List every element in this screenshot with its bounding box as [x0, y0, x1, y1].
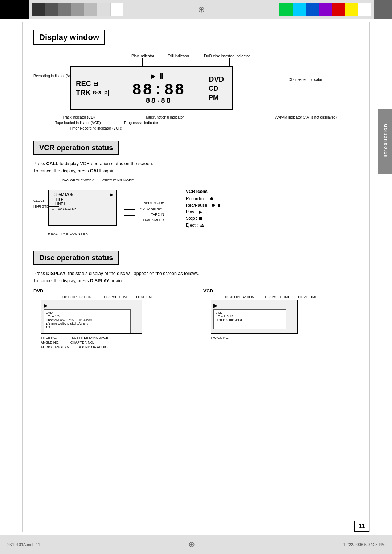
ann-day-week: DAY OF THE WEEK [62, 178, 94, 182]
disc-operation-section: Disc operation status Press DISPLAY, the… [33, 251, 359, 349]
strip-red [332, 3, 345, 16]
vcr-desc-3: To cancel the display, press [33, 168, 90, 173]
checker-7 [110, 3, 123, 16]
display-window-box: Display window [33, 30, 105, 45]
footer-left: 2K10101A.indb 11 [7, 542, 40, 547]
side-tab: Introduction [378, 109, 392, 174]
ann-track-cd: Track indicator (CD) [62, 115, 95, 119]
dvd-label: DVD [33, 288, 189, 294]
play-icons-row: ▶ ⏸ [151, 71, 167, 81]
vcr-row3: LINE1 [52, 202, 113, 206]
vcd-diagram: VCD DISC OPERATION ELAPSED TIME TOTAL TI… [203, 288, 359, 349]
vcr-line-2 [110, 182, 110, 190]
strip-cyan [293, 3, 306, 16]
top-bar-gray-right [374, 0, 392, 19]
time-text2: 88·88 [146, 97, 172, 105]
dvd-screen: ▶ DVD Title 1/5 Chapter/2/24 00:15:25 01… [41, 300, 142, 334]
ann-tape-in: TAPE IN [151, 212, 164, 216]
dvd-play-row: ▶ [44, 303, 139, 308]
ann-cd-inserted: CD inserted indicator [289, 77, 322, 82]
dvd-inner-screen: DVD Title 1/5 Chapter/2/24 00:15:25 01:4… [44, 309, 131, 333]
strip-purple [319, 3, 332, 16]
vcr-hline-1 [48, 201, 62, 201]
dvd-elapsed-label: ELAPSED TIME [104, 295, 129, 299]
ann-progressive: Progressive indicator [124, 121, 158, 125]
rec-label: REC [76, 79, 91, 88]
pm-label: PM [209, 94, 219, 102]
ann-input-mode: INPUT MODE [143, 201, 164, 205]
vcr-icon-play: Play : ▶ [186, 209, 221, 214]
cd-label: CD [209, 85, 218, 93]
bottom-compass-icon: ⊕ [188, 540, 195, 549]
display-window-title: Display window [39, 33, 99, 42]
vcd-label: VCD [203, 288, 359, 294]
ann-cd-inserted-text: CD inserted indicator [289, 78, 322, 82]
display-right: DVD CD PM [209, 75, 227, 102]
vcr-desc-4: again. [102, 168, 116, 173]
vcr-eject-label: Eject : [186, 223, 198, 228]
dvd-headers: DISC OPERATION ELAPSED TIME TOTAL TIME [62, 295, 189, 299]
vcr-hline-r3 [124, 215, 135, 216]
dvd-line5: 1/2 [46, 325, 128, 329]
dvd-diagram: DVD DISC OPERATION ELAPSED TIME TOTAL TI… [33, 288, 189, 349]
ann-timer-rec: Timer Recording indicator (VCR) [70, 126, 122, 130]
strip-white [358, 3, 371, 16]
dvd-chapter-no: CHAPTER NO. [70, 340, 94, 344]
vcr-hline-r4 [124, 221, 135, 221]
stop-square-icon [199, 217, 202, 220]
vcd-play-row: ▶ [213, 303, 295, 308]
vcr-desc-2: to display VCR operation status on the s… [58, 161, 153, 166]
vcr-hline-r2 [124, 209, 135, 210]
checker-blocks [32, 3, 123, 16]
disc-operation-box: Disc operation status [33, 251, 119, 265]
vcd-line3: 00:08:32 00:51:03 [216, 318, 284, 322]
disc-desc-4: again. [109, 278, 123, 283]
dvd-audio-lang: AUDIO LANGUAGE [41, 345, 72, 349]
recpause-dot [212, 204, 215, 207]
ann-still-indicator: Still indicator [168, 54, 189, 58]
dvd-subtitle-lang: SUBTITLE LANGUAGE [72, 336, 108, 340]
eject-icon: ⏏ [200, 222, 205, 228]
dvd-line2: Title 1/5 [48, 315, 128, 318]
ann-still-line [175, 58, 175, 66]
ann-dvd-disc: DVD disc inserted indicator [204, 54, 250, 58]
time-display: ▶ ⏸ 88:88 88·88 [111, 71, 207, 105]
checker-4 [71, 3, 84, 16]
trk-symbols: ↻↺ [92, 90, 102, 96]
bottom-bar: 2K10101A.indb 11 ⊕ 12/22/2006 5:07:28 PM [0, 535, 392, 554]
pause-icon: ⏸ [158, 71, 167, 81]
trk-label: TRK [76, 89, 91, 97]
page-number: 11 [354, 521, 369, 532]
vcr-line-1 [70, 182, 70, 190]
display-screen: REC ⊟ TRK ↻↺ P ▶ ⏸ 88:88 8 [70, 66, 233, 110]
vcr-row4: ⊡ 00:15:12 SP [52, 207, 113, 210]
dvd-line3-row: Chapter/2/24 00:15:25 01:41:39 [46, 318, 128, 322]
vcr-desc: Press CALL to display VCR operation stat… [33, 160, 359, 175]
display-diagram: Play indicator Still indicator DVD disc … [33, 54, 359, 137]
bottom-rule [0, 533, 392, 533]
ann-real-time: REAL TIME COUNTER [48, 232, 88, 235]
vcr-play-icon: ▶ [110, 193, 113, 197]
play-icon-1: ▶ [151, 71, 157, 81]
vcr-icons-title: VCR Icons [186, 189, 221, 194]
checker-3 [58, 3, 71, 16]
ann-dvd-line [229, 58, 230, 66]
vcr-call-1: CALL [46, 161, 58, 166]
rec-row: REC ⊟ [76, 79, 109, 88]
dvd-bottom-anns: TITLE NO. SUBTITLE LANGUAGE [41, 336, 189, 340]
disc-desc: Press DISPLAY, the status display of the… [33, 270, 359, 284]
vcr-tape-icon: ⊡ [52, 207, 54, 210]
vcr-row1: 8:30AM MON ▶ [52, 193, 113, 197]
vcr-stop-label: Stop : [186, 216, 197, 221]
vcr-operation-title: VCR operation status [39, 144, 113, 152]
vcr-row3-text: LINE1 [55, 202, 65, 206]
vcd-headers: DISC OPERATION ELAPSED TIME TOTAL TIME [225, 295, 359, 299]
disc-desc-1: Press [33, 271, 46, 276]
color-strips [279, 3, 371, 16]
disc-desc-2: , the status display of the disc will ap… [65, 271, 199, 276]
vcd-track-no: TRACK NO. [211, 336, 359, 340]
main-content: Display window Play indicator Still indi… [22, 22, 370, 532]
vcr-operation-box: VCR operation status [33, 141, 119, 155]
dvd-kind-audio: A KIND OF AUDIO [79, 345, 108, 349]
strip-yellow [345, 3, 358, 16]
